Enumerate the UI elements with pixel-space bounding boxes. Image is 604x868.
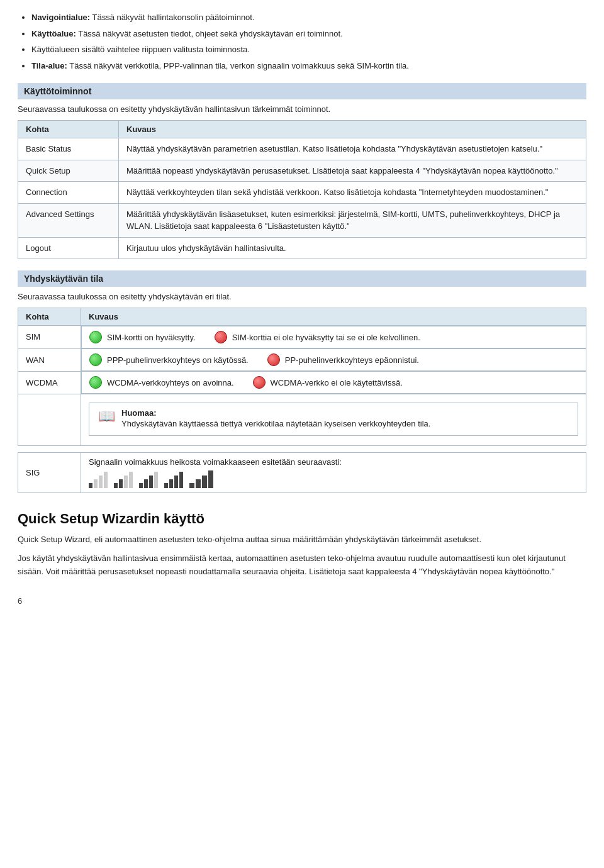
quick-setup-para1: Quick Setup Wizard, eli automaattinen as… bbox=[18, 533, 586, 547]
kayttotoiminnot-intro: Seuraavassa taulukossa on esitetty yhdys… bbox=[18, 104, 586, 114]
kt-row-4: LogoutKirjautuu ulos yhdyskäytävän halli… bbox=[18, 237, 586, 259]
kayttotoiminnot-header: Käyttötoiminnot bbox=[18, 83, 586, 99]
intro-text-3: Käyttöalueen sisältö vaihtelee riippuen … bbox=[31, 45, 250, 54]
red-status-0: SIM-korttia ei ole hyväksytty tai se ei … bbox=[215, 331, 420, 343]
intro-text-1: Tässä näkyvät hallintakonsolin päätoimin… bbox=[92, 13, 255, 22]
bar-1-1 bbox=[89, 483, 92, 488]
note-box: 📖Huomaa:Yhdyskäytävän käyttäessä tiettyä… bbox=[89, 403, 578, 436]
green-icon-2 bbox=[89, 376, 102, 389]
signal-group-2 bbox=[114, 472, 133, 488]
intro-label-2: Käyttöalue: bbox=[31, 29, 76, 38]
green-status-0: SIM-kortti on hyväksytty. bbox=[89, 331, 196, 343]
signal-bars-visualization bbox=[89, 470, 578, 488]
bar-5-2 bbox=[196, 479, 201, 488]
sig-row: SIG Signaalin voimakkuus heikosta voimak… bbox=[18, 452, 586, 492]
bar-2-2 bbox=[119, 479, 123, 488]
tila-col-kuvaus: Kuvaus bbox=[81, 308, 586, 326]
note-row: 📖Huomaa:Yhdyskäytävän käyttäessä tiettyä… bbox=[18, 394, 586, 446]
signal-group-4 bbox=[164, 472, 183, 488]
intro-label-1: Navigointialue: bbox=[31, 13, 90, 22]
tila-row-1: WANPPP-puhelinverkkoyhteys on käytössä.P… bbox=[18, 348, 586, 371]
red-icon-0 bbox=[215, 331, 227, 343]
red-icon-1 bbox=[267, 353, 280, 366]
bar-5-3 bbox=[202, 476, 207, 488]
tila-kohta-0: SIM bbox=[18, 326, 81, 349]
bar-3-3 bbox=[149, 476, 153, 488]
red-text-2: WCDMA-verkko ei ole käytettävissä. bbox=[271, 378, 403, 387]
bar-1-4 bbox=[104, 472, 108, 488]
bar-3-1 bbox=[139, 483, 143, 488]
green-icon-1 bbox=[89, 353, 102, 366]
kt-kohta-4: Logout bbox=[18, 237, 119, 259]
green-text-0: SIM-kortti on hyväksytty. bbox=[107, 333, 196, 342]
tila-kohta-1: WAN bbox=[18, 348, 81, 371]
page-number: 6 bbox=[18, 596, 586, 606]
tila-row-0: SIMSIM-kortti on hyväksytty.SIM-korttia … bbox=[18, 326, 586, 349]
bar-5-4 bbox=[208, 470, 213, 488]
yhdyskaytava-tila-intro: Seuraavassa taulukossa on esitetty yhdys… bbox=[18, 292, 586, 301]
bar-1-2 bbox=[94, 479, 98, 488]
red-text-0: SIM-korttia ei ole hyväksytty tai se ei … bbox=[232, 333, 420, 342]
intro-item-3: Käyttöalueen sisältö vaihtelee riippuen … bbox=[31, 43, 586, 56]
signal-group-1 bbox=[89, 472, 108, 488]
intro-item-2: Käyttöalue: Tässä näkyvät asetusten tied… bbox=[31, 28, 586, 40]
quick-setup-para2: Jos käytät yhdyskäytävän hallintasivua e… bbox=[18, 552, 586, 579]
bar-2-1 bbox=[114, 483, 118, 488]
kt-row-3: Advanced SettingsMäärittää yhdyskäytävän… bbox=[18, 203, 586, 237]
sig-label: SIG bbox=[18, 452, 81, 492]
sig-text: Signaalin voimakkuus heikosta voimakkaas… bbox=[89, 457, 578, 467]
intro-item-1: Navigointialue: Tässä näkyvät hallintako… bbox=[31, 11, 586, 24]
bar-4-2 bbox=[169, 479, 173, 488]
bar-2-3 bbox=[124, 476, 128, 488]
sig-content: Signaalin voimakkuus heikosta voimakkaas… bbox=[81, 452, 586, 492]
intro-item-4: Tila-alue: Tässä näkyvät verkkotila, PPP… bbox=[31, 60, 586, 72]
bar-4-4 bbox=[179, 472, 183, 488]
kt-kohta-0: Basic Status bbox=[18, 138, 119, 160]
intro-text-2: Tässä näkyvät asetusten tiedot, ohjeet s… bbox=[78, 29, 343, 38]
note-book-icon: 📖 bbox=[98, 409, 115, 423]
kayttotoiminnot-table: Kohta Kuvaus Basic StatusNäyttää yhdyskä… bbox=[18, 120, 586, 259]
red-icon-2 bbox=[253, 376, 266, 389]
yhdyskaytava-tila-header: Yhdyskäytävän tila bbox=[18, 270, 586, 287]
kt-kuvaus-2: Näyttää verkkoyhteyden tilan sekä yhdist… bbox=[119, 182, 586, 204]
quick-setup-title: Quick Setup Wizardin käyttö bbox=[18, 511, 586, 527]
intro-list: Navigointialue: Tässä näkyvät hallintako… bbox=[18, 11, 586, 72]
bar-2-4 bbox=[129, 472, 133, 488]
tila-kohta-2: WCDMA bbox=[18, 371, 81, 394]
kt-row-2: ConnectionNäyttää verkkoyhteyden tilan s… bbox=[18, 182, 586, 204]
red-text-1: PP-puhelinverkkoyhteys epäonnistui. bbox=[285, 355, 419, 365]
kt-kohta-3: Advanced Settings bbox=[18, 203, 119, 237]
signal-group-3 bbox=[139, 472, 158, 488]
note-title: Huomaa: bbox=[121, 408, 157, 418]
note-content: Huomaa:Yhdyskäytävän käyttäessä tiettyä … bbox=[121, 408, 430, 430]
tila-table: Kohta Kuvaus SIMSIM-kortti on hyväksytty… bbox=[18, 308, 586, 446]
red-status-1: PP-puhelinverkkoyhteys epäonnistui. bbox=[267, 353, 419, 366]
kt-kuvaus-4: Kirjautuu ulos yhdyskäytävän hallintasiv… bbox=[119, 237, 586, 259]
kt-kuvaus-3: Määrittää yhdyskäytävän lisäasetukset, k… bbox=[119, 203, 586, 237]
intro-text-4: Tässä näkyvät verkkotila, PPP-valinnan t… bbox=[69, 61, 409, 70]
sig-table: SIG Signaalin voimakkuus heikosta voimak… bbox=[18, 452, 586, 493]
kt-row-1: Quick SetupMäärittää nopeasti yhdyskäytä… bbox=[18, 160, 586, 182]
col-kuvaus-header: Kuvaus bbox=[119, 121, 586, 138]
note-cell: 📖Huomaa:Yhdyskäytävän käyttäessä tiettyä… bbox=[81, 394, 586, 446]
green-status-2: WCDMA-verkkoyhteys on avoinna. bbox=[89, 376, 234, 389]
red-status-2: WCDMA-verkko ei ole käytettävissä. bbox=[253, 376, 403, 389]
bar-3-4 bbox=[154, 472, 158, 488]
green-text-2: WCDMA-verkkoyhteys on avoinna. bbox=[107, 378, 234, 387]
bar-4-1 bbox=[164, 483, 168, 488]
kt-kuvaus-0: Näyttää yhdyskäytävän parametrien asetus… bbox=[119, 138, 586, 160]
kt-kohta-1: Quick Setup bbox=[18, 160, 119, 182]
note-text: Yhdyskäytävän käyttäessä tiettyä verkkot… bbox=[121, 418, 430, 430]
tila-kuvaus-0: SIM-kortti on hyväksytty.SIM-korttia ei … bbox=[81, 326, 586, 348]
tila-row-2: WCDMAWCDMA-verkkoyhteys on avoinna.WCDMA… bbox=[18, 371, 586, 394]
kt-kuvaus-1: Määrittää nopeasti yhdyskäytävän perusas… bbox=[119, 160, 586, 182]
col-kohta-header: Kohta bbox=[18, 121, 119, 138]
tila-col-kohta: Kohta bbox=[18, 308, 81, 326]
kt-row-0: Basic StatusNäyttää yhdyskäytävän parame… bbox=[18, 138, 586, 160]
bar-5-1 bbox=[189, 483, 194, 488]
green-status-1: PPP-puhelinverkkoyhteys on käytössä. bbox=[89, 353, 249, 366]
intro-label-4: Tila-alue: bbox=[31, 61, 67, 70]
green-text-1: PPP-puhelinverkkoyhteys on käytössä. bbox=[107, 355, 249, 365]
green-icon-0 bbox=[89, 331, 102, 343]
bar-3-2 bbox=[144, 479, 148, 488]
